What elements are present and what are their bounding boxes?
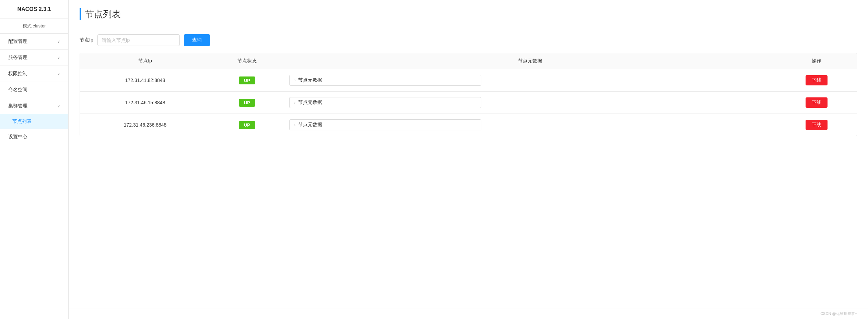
sidebar-item-label: 节点列表	[12, 118, 32, 124]
sidebar-item-access-control[interactable]: 权限控制 ∨	[0, 66, 68, 82]
sidebar-item-settings[interactable]: 设置中心	[0, 129, 68, 145]
metadata-expand[interactable]: › 节点元数据	[289, 119, 481, 130]
sidebar-item-node-list[interactable]: 节点列表	[0, 114, 68, 129]
node-table: 节点Ip 节点状态 节点元数据 操作 172.31.41.82:8848 UP …	[80, 53, 857, 136]
offline-button[interactable]: 下线	[806, 75, 828, 85]
col-status: 节点状态	[210, 53, 284, 69]
chevron-down-icon: ∨	[57, 56, 60, 60]
table-row: 172.31.41.82:8848 UP › 节点元数据 下线	[80, 69, 857, 92]
cell-status: UP	[210, 92, 284, 114]
cell-metadata: › 节点元数据	[284, 92, 777, 114]
sidebar-item-service-mgmt[interactable]: 服务管理 ∨	[0, 50, 68, 66]
cell-status: UP	[210, 69, 284, 92]
page-content: 节点Ip 查询 节点Ip 节点状态 节点元数据 操作 172.31.41.82:…	[69, 26, 868, 308]
footer: CSDN @运维那些事+	[69, 308, 868, 319]
status-badge: UP	[239, 76, 255, 84]
cell-metadata: › 节点元数据	[284, 69, 777, 92]
chevron-down-icon: ∨	[57, 104, 60, 108]
cell-ip: 172.31.46.236:8848	[80, 114, 210, 136]
sidebar-item-label: 服务管理	[8, 55, 27, 61]
cell-action: 下线	[777, 92, 857, 114]
offline-button[interactable]: 下线	[806, 97, 828, 108]
page-title: 节点列表	[80, 8, 857, 20]
sidebar: NACOS 2.3.1 模式 cluster 配置管理 ∨ 服务管理 ∨ 权限控…	[0, 0, 69, 319]
sidebar-item-label: 权限控制	[8, 71, 27, 77]
col-action: 操作	[777, 53, 857, 69]
chevron-down-icon: ∨	[57, 72, 60, 76]
sidebar-item-label: 配置管理	[8, 38, 27, 45]
col-metadata: 节点元数据	[284, 53, 777, 69]
metadata-expand[interactable]: › 节点元数据	[289, 75, 481, 86]
sidebar-item-label: 命名空间	[8, 87, 27, 93]
cell-ip: 172.31.41.82:8848	[80, 69, 210, 92]
watermark: CSDN @运维那些事+	[820, 311, 857, 316]
mode-label: 模式 cluster	[0, 19, 68, 34]
cell-action: 下线	[777, 114, 857, 136]
cell-action: 下线	[777, 69, 857, 92]
sidebar-item-label: 设置中心	[8, 134, 27, 140]
cell-status: UP	[210, 114, 284, 136]
cell-metadata: › 节点元数据	[284, 114, 777, 136]
chevron-down-icon: ∨	[57, 39, 60, 44]
sidebar-item-label: 集群管理	[8, 103, 27, 109]
offline-button[interactable]: 下线	[806, 120, 828, 130]
main-content: 节点列表 节点Ip 查询 节点Ip 节点状态 节点元数据 操作	[69, 0, 868, 319]
sidebar-item-config-mgmt[interactable]: 配置管理 ∨	[0, 34, 68, 50]
chevron-right-icon: ›	[294, 101, 296, 105]
sidebar-item-namespace[interactable]: 命名空间	[0, 82, 68, 98]
page-header: 节点列表	[69, 0, 868, 26]
status-badge: UP	[239, 121, 255, 129]
chevron-right-icon: ›	[294, 123, 296, 127]
metadata-expand[interactable]: › 节点元数据	[289, 97, 481, 108]
col-ip: 节点Ip	[80, 53, 210, 69]
metadata-label: 节点元数据	[298, 99, 322, 106]
search-button[interactable]: 查询	[184, 34, 210, 46]
sidebar-item-cluster-mgmt[interactable]: 集群管理 ∨	[0, 98, 68, 114]
table-row: 172.31.46.236:8848 UP › 节点元数据 下线	[80, 114, 857, 136]
cell-ip: 172.31.46.15:8848	[80, 92, 210, 114]
table-header-row: 节点Ip 节点状态 节点元数据 操作	[80, 53, 857, 69]
search-label: 节点Ip	[80, 37, 93, 43]
table-row: 172.31.46.15:8848 UP › 节点元数据 下线	[80, 92, 857, 114]
app-logo: NACOS 2.3.1	[0, 0, 68, 19]
metadata-label: 节点元数据	[298, 77, 322, 83]
chevron-right-icon: ›	[294, 78, 296, 82]
search-bar: 节点Ip 查询	[80, 34, 857, 46]
metadata-label: 节点元数据	[298, 122, 322, 128]
search-input[interactable]	[97, 34, 180, 46]
status-badge: UP	[239, 99, 255, 107]
